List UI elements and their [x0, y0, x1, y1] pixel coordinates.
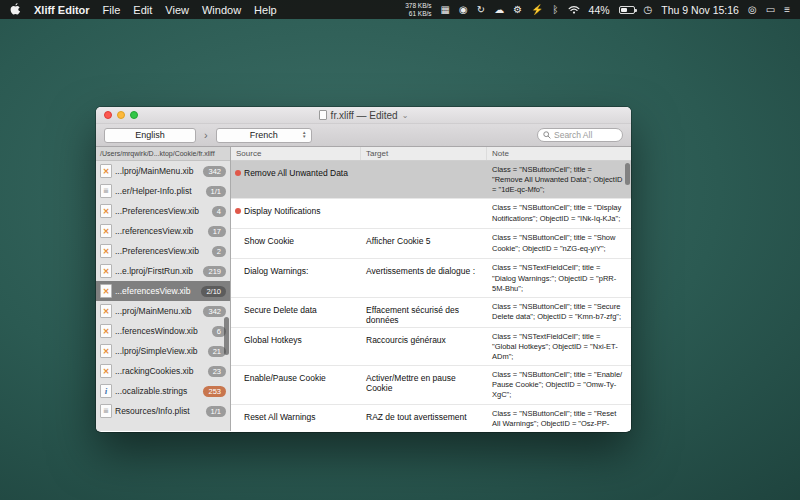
target-cell[interactable]: Avertissements de dialogue :: [361, 259, 487, 296]
file-name: ...proj/MainMenu.xib: [115, 306, 200, 316]
table-row[interactable]: Secure Delete data Effacement sécurisé d…: [231, 298, 631, 328]
sidebar-file-item[interactable]: i ...ocalizable.strings 253: [96, 381, 230, 401]
table-row[interactable]: Enable/Pause Cookie Activer/Mettre en pa…: [231, 366, 631, 404]
status-dot-cell: [231, 161, 244, 198]
document-proxy-icon: [319, 110, 327, 120]
sidebar-file-item[interactable]: ≣ ...er/Helper-Info.plist 1/1: [96, 181, 230, 201]
search-input[interactable]: [554, 130, 617, 140]
note-cell: Class = "NSButtonCell"; title = "Enable/…: [487, 366, 631, 403]
table-scrollbar-thumb[interactable]: [625, 163, 630, 185]
target-language-popup[interactable]: French ▲▼: [216, 128, 312, 143]
search-field[interactable]: [537, 128, 623, 142]
source-language-button[interactable]: English: [104, 128, 196, 143]
table-row[interactable]: Global Hotkeys Raccourcis généraux Class…: [231, 328, 631, 366]
target-cell[interactable]: Afficher Cookie 5: [361, 229, 487, 258]
title-bar[interactable]: fr.xliff — Edited ⌄: [96, 107, 631, 124]
file-name: ...lproj/MainMenu.xib: [115, 166, 200, 176]
app-menu-title[interactable]: Xliff Editor: [34, 4, 90, 16]
file-icon: ≣: [100, 184, 112, 198]
source-cell[interactable]: Enable/Pause Cookie: [244, 366, 361, 403]
sidebar-file-item[interactable]: ✕ ...proj/MainMenu.xib 342: [96, 301, 230, 321]
file-icon: ✕: [100, 224, 112, 238]
sidebar-file-item[interactable]: ✕ ...referencesView.xib 17: [96, 221, 230, 241]
siri-icon[interactable]: ◎: [748, 5, 757, 15]
sidebar-file-item[interactable]: ✕ ...e.lproj/FirstRun.xib 219: [96, 261, 230, 281]
menu-window[interactable]: Window: [202, 4, 241, 16]
table-row[interactable]: Reset All Warnings RAZ de tout avertisse…: [231, 405, 631, 432]
net-up-rate: 378 KB/s: [405, 2, 431, 9]
sidebar-file-item[interactable]: ✕ ...PreferencesView.xib 4: [96, 201, 230, 221]
language-direction-icon: ›: [202, 130, 210, 141]
sidebar-file-item[interactable]: ✕ ...lproj/SimpleView.xib 21: [96, 341, 230, 361]
target-cell[interactable]: RAZ de tout avertissement: [361, 405, 487, 432]
table-row[interactable]: Show Cookie Afficher Cookie 5 Class = "N…: [231, 229, 631, 259]
source-cell[interactable]: Display Notifications: [244, 199, 361, 228]
sync-icon[interactable]: ↻: [477, 5, 485, 15]
status-dot-cell: [231, 229, 244, 258]
target-cell[interactable]: Activer/Mettre en pause Cookie: [361, 366, 487, 403]
notification-center-icon[interactable]: ≡: [784, 5, 790, 15]
file-icon: ✕: [100, 364, 112, 378]
sidebar-file-item[interactable]: ≣ Resources/Info.plist 1/1: [96, 401, 230, 421]
column-header-target[interactable]: Target: [361, 147, 487, 160]
target-cell[interactable]: [361, 199, 487, 228]
zoom-button[interactable]: [130, 111, 138, 119]
chevron-down-icon[interactable]: ⌄: [402, 111, 409, 120]
menu-view[interactable]: View: [165, 4, 189, 16]
target-cell[interactable]: Effacement sécurisé des données: [361, 298, 487, 327]
popup-stepper-icon: ▲▼: [300, 130, 309, 141]
file-icon: ✕: [100, 324, 112, 338]
count-badge: 2: [212, 246, 226, 257]
count-badge: 2/10: [201, 286, 226, 297]
column-header-note[interactable]: Note: [487, 147, 631, 160]
table-row[interactable]: Remove All Unwanted Data Class = "NSButt…: [231, 161, 631, 199]
battery-icon[interactable]: [619, 6, 635, 14]
wifi-icon[interactable]: [568, 5, 580, 14]
sidebar-file-item[interactable]: ✕ ...PreferencesView.xib 2: [96, 241, 230, 261]
close-button[interactable]: [104, 111, 112, 119]
file-icon: ✕: [100, 304, 112, 318]
battery-percent: 44%: [589, 4, 610, 16]
user-icon[interactable]: ◉: [459, 5, 468, 15]
source-cell[interactable]: Dialog Warnings:: [244, 259, 361, 296]
pre-time-icons: ◷: [644, 5, 653, 15]
display-icon[interactable]: ▭: [766, 5, 775, 15]
table-header: Source Target Note: [231, 147, 631, 161]
note-cell: Class = "NSButtonCell"; title = "Reset A…: [487, 405, 631, 432]
sidebar-file-item[interactable]: ✕ ...lproj/MainMenu.xib 342: [96, 161, 230, 181]
status-dot: [235, 170, 241, 176]
table-row[interactable]: Dialog Warnings: Avertissements de dialo…: [231, 259, 631, 297]
source-cell[interactable]: Reset All Warnings: [244, 405, 361, 432]
source-cell[interactable]: Secure Delete data: [244, 298, 361, 327]
menu-bar: Xliff Editor FileEditViewWindowHelp 378 …: [0, 0, 800, 19]
bluetooth-icon[interactable]: ᛒ: [553, 5, 559, 15]
clock-icon[interactable]: ◷: [644, 5, 653, 15]
file-name: ...ocalizable.strings: [115, 386, 200, 396]
menu-help[interactable]: Help: [254, 4, 277, 16]
status-dot-cell: [231, 366, 244, 403]
minimize-button[interactable]: [117, 111, 125, 119]
file-icon: ✕: [100, 164, 112, 178]
target-cell[interactable]: Raccourcis généraux: [361, 328, 487, 365]
column-header-source[interactable]: Source: [231, 147, 361, 160]
menu-bar-clock[interactable]: Thu 9 Nov 15:16: [661, 4, 739, 16]
sidebar-scrollbar-thumb[interactable]: [224, 317, 229, 355]
network-throughput[interactable]: 378 KB/s 61 KB/s: [405, 2, 431, 17]
gear-icon[interactable]: ⚙: [513, 5, 522, 15]
menu-file[interactable]: File: [103, 4, 121, 16]
activity-graph-icon[interactable]: ▦: [441, 5, 450, 15]
cloud-icon[interactable]: ☁: [494, 5, 504, 15]
table-row[interactable]: Display Notifications Class = "NSButtonC…: [231, 199, 631, 229]
note-cell: Class = "NSButtonCell"; title = "Display…: [487, 199, 631, 228]
source-cell[interactable]: Remove All Unwanted Data: [244, 161, 361, 198]
target-cell[interactable]: [361, 161, 487, 198]
apple-logo-icon[interactable]: [10, 3, 21, 16]
sidebar-file-item[interactable]: ✕ ...eferencesView.xib 2/10: [96, 281, 230, 301]
sidebar-file-item[interactable]: ✕ ...rackingCookies.xib 23: [96, 361, 230, 381]
bolt-icon[interactable]: ⚡: [531, 5, 543, 15]
net-down-rate: 61 KB/s: [409, 10, 432, 17]
menu-edit[interactable]: Edit: [133, 4, 152, 16]
sidebar-file-item[interactable]: ✕ ...ferencesWindow.xib 6: [96, 321, 230, 341]
source-cell[interactable]: Global Hotkeys: [244, 328, 361, 365]
source-cell[interactable]: Show Cookie: [244, 229, 361, 258]
